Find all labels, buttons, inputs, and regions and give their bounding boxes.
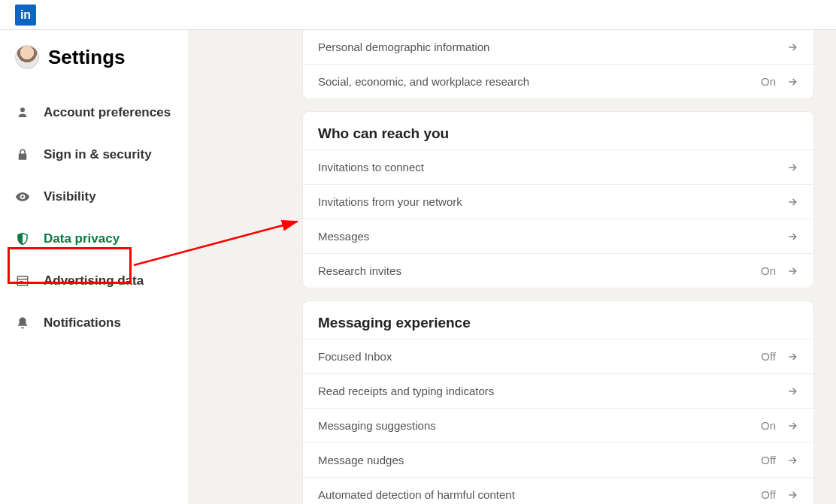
shield-icon: [15, 231, 30, 246]
sidebar-item-account-preferences[interactable]: Account preferences: [15, 92, 173, 134]
linkedin-logo[interactable]: in: [15, 5, 36, 26]
settings-sidebar: Settings Account preferences Sign in & s…: [0, 30, 188, 504]
setting-label: Messages: [318, 230, 369, 243]
section-messaging-experience: Messaging experience Focused Inbox Off R…: [303, 301, 813, 504]
arrow-right-icon: [786, 385, 798, 397]
setting-row-message-nudges[interactable]: Message nudges Off: [303, 442, 813, 477]
setting-row-automated-detection[interactable]: Automated detection of harmful content O…: [303, 477, 813, 504]
svg-point-0: [20, 107, 25, 112]
main-content: Personal demographic information Social,…: [188, 30, 836, 504]
setting-label: Focused Inbox: [318, 350, 392, 363]
sidebar-item-label: Advertising data: [44, 273, 144, 288]
setting-status: Off: [761, 350, 776, 363]
setting-label: Automated detection of harmful content: [318, 488, 515, 501]
setting-row-invitations-connect[interactable]: Invitations to connect: [303, 149, 813, 184]
setting-label: Messaging suggestions: [318, 419, 436, 432]
setting-row-research[interactable]: Social, economic, and workplace research…: [303, 64, 813, 98]
setting-row-messaging-suggestions[interactable]: Messaging suggestions On: [303, 408, 813, 442]
arrow-right-icon: [786, 231, 798, 243]
setting-status: On: [761, 419, 776, 432]
newspaper-icon: [15, 273, 30, 288]
section-partial: Personal demographic information Social,…: [303, 30, 813, 98]
page-title: Settings: [48, 46, 126, 69]
sidebar-item-label: Account preferences: [44, 105, 171, 120]
eye-icon: [15, 189, 30, 204]
arrow-right-icon: [786, 454, 798, 466]
section-title: Who can reach you: [303, 112, 813, 149]
setting-status: On: [761, 264, 776, 277]
setting-status: Off: [761, 488, 776, 501]
setting-label: Research invites: [318, 264, 401, 277]
setting-row-demographic[interactable]: Personal demographic information: [303, 30, 813, 64]
section-title: Messaging experience: [303, 301, 813, 339]
sidebar-item-notifications[interactable]: Notifications: [15, 302, 173, 344]
setting-row-focused-inbox[interactable]: Focused Inbox Off: [303, 339, 813, 373]
main-container: Settings Account preferences Sign in & s…: [0, 30, 836, 504]
setting-label: Read receipts and typing indicators: [318, 385, 494, 397]
sidebar-item-visibility[interactable]: Visibility: [15, 176, 173, 218]
arrow-right-icon: [786, 351, 798, 363]
lock-icon: [15, 147, 30, 162]
bell-icon: [15, 315, 30, 330]
settings-header: Settings: [15, 45, 173, 69]
setting-row-invitations-network[interactable]: Invitations from your network: [303, 184, 813, 219]
setting-label: Personal demographic information: [318, 41, 489, 53]
sidebar-item-data-privacy[interactable]: Data privacy: [15, 218, 173, 260]
arrow-right-icon: [786, 196, 798, 208]
sidebar-item-label: Sign in & security: [44, 147, 152, 162]
avatar[interactable]: [15, 45, 39, 69]
setting-label: Invitations to connect: [318, 161, 424, 174]
setting-row-research-invites[interactable]: Research invites On: [303, 253, 813, 288]
setting-status: On: [761, 75, 776, 88]
setting-label: Invitations from your network: [318, 195, 462, 208]
person-icon: [15, 105, 30, 120]
setting-row-messages[interactable]: Messages: [303, 219, 813, 253]
setting-label: Message nudges: [318, 454, 404, 466]
arrow-right-icon: [786, 41, 798, 53]
setting-status: Off: [761, 454, 776, 466]
setting-label: Social, economic, and workplace research: [318, 75, 529, 88]
sidebar-item-advertising-data[interactable]: Advertising data: [15, 260, 173, 302]
sidebar-item-label: Notifications: [44, 315, 121, 330]
arrow-right-icon: [786, 420, 798, 432]
app-header: in: [0, 0, 836, 30]
section-who-can-reach: Who can reach you Invitations to connect…: [303, 112, 813, 288]
sidebar-item-sign-in-security[interactable]: Sign in & security: [15, 134, 173, 176]
arrow-right-icon: [786, 489, 798, 501]
arrow-right-icon: [786, 76, 798, 88]
setting-row-read-receipts[interactable]: Read receipts and typing indicators: [303, 373, 813, 408]
sidebar-item-label: Visibility: [44, 189, 96, 204]
arrow-right-icon: [786, 265, 798, 277]
sidebar-item-label: Data privacy: [44, 231, 120, 246]
arrow-right-icon: [786, 161, 798, 174]
